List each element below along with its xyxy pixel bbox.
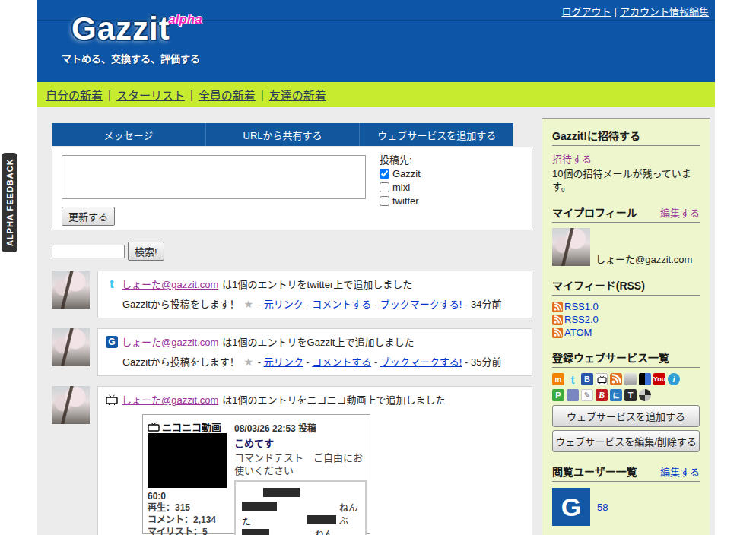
buzzurl-icon[interactable]: B [596, 389, 608, 401]
tumblr-icon[interactable]: T [624, 389, 637, 401]
profile-heading-label: マイプロフィール [552, 204, 637, 220]
video-duration: 60:0 [148, 491, 227, 502]
entry-action-text: は1個のエントリをGazzit上で追加しました [222, 334, 414, 349]
nav-separator: | [108, 88, 111, 101]
logo-row: Gazzit alpha [71, 11, 202, 47]
tab-message[interactable]: メッセージ [52, 123, 206, 146]
video-plays: 再生：315 [148, 502, 227, 514]
entry-timestamp: 34分前 [471, 299, 501, 310]
comment-link[interactable]: コメントする [312, 299, 371, 310]
niconico-tv-icon [106, 394, 118, 405]
youtube-icon[interactable]: You [653, 373, 665, 385]
viewer-row: G 58 [552, 488, 700, 526]
nav-friends-updates[interactable]: 友達の新着 [269, 87, 326, 103]
user-avatar[interactable] [52, 328, 90, 366]
viewer-name-link[interactable]: 58 [597, 502, 608, 513]
nifty-clip-icon[interactable]: に [610, 389, 622, 401]
star-icon[interactable]: ★ [243, 298, 253, 310]
video-description: コマンドテスト ご自由にお使いください [234, 451, 367, 477]
search-bar: 検索! [52, 242, 534, 261]
myfeed-heading-label: マイフィード(RSS) [552, 277, 645, 293]
entry-user-link[interactable]: しょーた@gazzit.com [122, 277, 218, 291]
video-comment-overlay: ねんぶ た ねん... [234, 480, 367, 535]
compose-tabs: メッセージ URLから共有する ウェブサービスを追加する [52, 123, 513, 146]
nav-all-updates[interactable]: 全員の新着 [199, 87, 256, 103]
rss-row: ATOM [552, 327, 700, 338]
page-container: ログアウト|アカウント情報編集 Gazzit alpha マトめる、交換する、評… [37, 0, 715, 535]
source-link[interactable]: 元リンク [264, 356, 303, 368]
rss-icon[interactable] [610, 373, 622, 385]
target-mixi-checkbox[interactable] [380, 182, 389, 192]
search-input[interactable] [52, 245, 125, 258]
rss-row: RSS1.0 [552, 301, 700, 312]
alpha-feedback-tab[interactable]: ALPHA FEEDBACK [2, 153, 17, 252]
rss-icon [552, 328, 563, 338]
profile-edit-link[interactable]: 編集する [660, 205, 700, 220]
main-column: メッセージ URLから共有する ウェブサービスを追加する 更新する 投稿先: G… [52, 123, 534, 535]
rss-icon [552, 302, 563, 312]
logout-link[interactable]: ログアウト [562, 6, 611, 17]
twitter-icon[interactable]: t [567, 373, 579, 385]
pookmark-icon[interactable]: P [552, 389, 564, 401]
profile-avatar[interactable] [552, 228, 590, 266]
niconico-icon[interactable] [596, 373, 608, 385]
user-avatar[interactable] [52, 271, 90, 309]
viewers-edit-link[interactable]: 編集する [660, 464, 700, 479]
redacted-comment-bar [242, 529, 269, 535]
account-edit-link[interactable]: アカウント情報編集 [620, 6, 709, 17]
clip-icon[interactable]: ✎ [581, 389, 593, 401]
invite-link[interactable]: 招待する [552, 154, 592, 165]
redacted-comment-bar [263, 488, 300, 497]
info-icon[interactable]: i [668, 373, 680, 385]
video-title-link[interactable]: こめてす [234, 435, 274, 450]
user-avatar[interactable] [52, 386, 90, 424]
nav-my-updates[interactable]: 自分の新着 [46, 87, 103, 103]
rss20-link[interactable]: RSS2.0 [564, 314, 599, 325]
target-twitter-checkbox[interactable] [380, 196, 389, 206]
comment-word: た [242, 514, 251, 527]
choix-icon[interactable] [639, 389, 651, 401]
add-webservice-button[interactable]: ウェブサービスを追加する [552, 405, 700, 427]
entry-user-link[interactable]: しょーた@gazzit.com [122, 392, 218, 407]
text-separator: - [374, 356, 377, 368]
video-mylist: マイリスト：5 [148, 526, 227, 535]
tab-share-url[interactable]: URLから共有する [206, 123, 361, 146]
edit-delete-webservice-button[interactable]: ウェブサービスを編集/削除する [552, 430, 700, 452]
tab-add-webservice[interactable]: ウェブサービスを追加する [360, 123, 513, 146]
site-header: ログアウト|アカウント情報編集 Gazzit alpha マトめる、交換する、評… [37, 0, 715, 82]
nav-separator: | [190, 88, 193, 101]
redacted-comment-bar [307, 515, 336, 524]
hatena-bookmark-icon[interactable]: B [581, 373, 593, 385]
message-textarea[interactable] [62, 155, 366, 199]
invite-remaining-note: 10個の招待メールが残っています。 [552, 167, 700, 193]
mixi-icon[interactable]: m [552, 373, 564, 385]
sidebar: Gazzit!に招待する 招待する 10個の招待メールが残っています。 マイプロ… [542, 118, 710, 535]
source-link[interactable]: 元リンク [264, 299, 303, 310]
text-separator: - [306, 299, 309, 310]
rss10-link[interactable]: RSS1.0 [564, 301, 599, 312]
video-comments: コメント：2,134 [148, 514, 227, 526]
feed-entry: しょーた@gazzit.comは1個のエントリをニコニコ動画上で追加しました ニ… [52, 386, 534, 535]
update-button[interactable]: 更新する [62, 207, 115, 226]
search-button[interactable]: 検索! [128, 242, 164, 261]
target-gazzit-checkbox[interactable] [380, 169, 389, 179]
entry-user-link[interactable]: しょーた@gazzit.com [122, 334, 218, 349]
bookmark-link[interactable]: ブックマークする! [380, 299, 462, 310]
redacted-comment-bar [242, 502, 277, 511]
comment-link[interactable]: コメントする [312, 356, 371, 368]
nav-separator: | [261, 88, 264, 101]
community-icon[interactable] [624, 373, 637, 385]
nav-star-list[interactable]: スターリスト [116, 87, 185, 103]
delicious-icon[interactable] [639, 373, 651, 385]
comment-word: ねんぶ [339, 501, 365, 527]
atom-link[interactable]: ATOM [564, 327, 592, 338]
gazzit-user-avatar[interactable]: G [552, 488, 590, 526]
livedoor-clip-icon[interactable] [567, 389, 579, 401]
star-icon[interactable]: ★ [243, 356, 253, 368]
text-separator: - [258, 356, 261, 368]
video-thumbnail[interactable] [148, 433, 227, 488]
profile-name: しょーた@gazzit.com [596, 252, 692, 266]
gazzit-logo[interactable]: Gazzit [71, 11, 170, 47]
viewers-heading-label: 閲覧ユーザー一覧 [552, 464, 637, 479]
bookmark-link[interactable]: ブックマークする! [380, 356, 462, 368]
